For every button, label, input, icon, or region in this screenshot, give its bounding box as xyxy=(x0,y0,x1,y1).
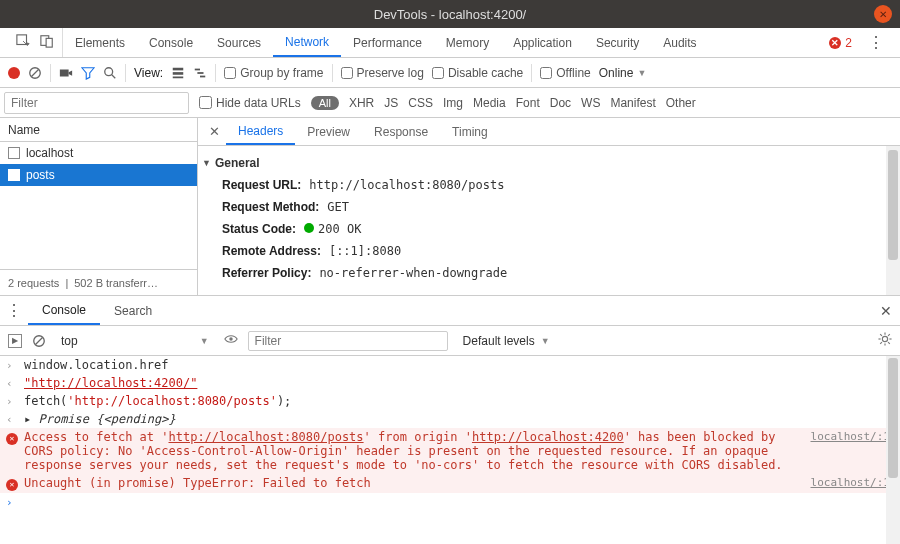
context-selector[interactable]: top▼ xyxy=(56,331,214,351)
tab-elements[interactable]: Elements xyxy=(63,28,137,57)
output-chevron-icon: ‹ xyxy=(6,412,18,426)
type-xhr[interactable]: XHR xyxy=(349,96,374,110)
chevron-down-icon: ▼ xyxy=(637,68,646,78)
error-icon: ✕ xyxy=(6,479,18,491)
clear-button[interactable] xyxy=(28,66,42,80)
group-by-frame-checkbox[interactable]: Group by frame xyxy=(224,66,323,80)
type-img[interactable]: Img xyxy=(443,96,463,110)
error-counter[interactable]: ✕ 2 xyxy=(829,28,860,57)
tab-network[interactable]: Network xyxy=(273,28,341,57)
disclosure-triangle-icon: ▼ xyxy=(202,158,211,168)
console-output[interactable]: ›window.location.href ‹"http://localhost… xyxy=(0,356,900,544)
live-expression-button[interactable] xyxy=(224,332,238,349)
camera-icon[interactable] xyxy=(59,66,73,80)
search-icon[interactable] xyxy=(103,66,117,80)
tab-sources[interactable]: Sources xyxy=(205,28,273,57)
more-menu-button[interactable]: ⋮ xyxy=(860,28,892,57)
drawer-menu-button[interactable]: ⋮ xyxy=(0,296,28,325)
window-close-button[interactable]: ✕ xyxy=(874,5,892,23)
drawer-close-button[interactable]: ✕ xyxy=(872,296,900,325)
source-link[interactable]: localhost/:1 xyxy=(811,430,890,443)
svg-point-16 xyxy=(229,337,233,341)
type-all[interactable]: All xyxy=(311,96,339,110)
execution-context-icon[interactable]: ▶ xyxy=(8,334,22,348)
svg-point-17 xyxy=(882,336,887,341)
network-status-bar: 2 requests | 502 B transferr… xyxy=(0,269,197,295)
general-section-header[interactable]: ▼General xyxy=(202,152,892,174)
type-font[interactable]: Font xyxy=(516,96,540,110)
type-doc[interactable]: Doc xyxy=(550,96,571,110)
tab-performance[interactable]: Performance xyxy=(341,28,434,57)
throttle-dropdown[interactable]: Online▼ xyxy=(599,66,647,80)
tab-security[interactable]: Security xyxy=(584,28,651,57)
type-manifest[interactable]: Manifest xyxy=(610,96,655,110)
tab-application[interactable]: Application xyxy=(501,28,584,57)
svg-line-4 xyxy=(32,69,39,76)
window-title: DevTools - localhost:4200/ xyxy=(374,7,526,22)
chevron-down-icon: ▼ xyxy=(541,336,550,346)
drawer-tab-search[interactable]: Search xyxy=(100,296,166,325)
value-request-url: http://localhost:8080/posts xyxy=(309,178,504,192)
log-levels-dropdown[interactable]: Default levels▼ xyxy=(458,331,555,351)
error-icon: ✕ xyxy=(6,433,18,445)
tab-audits[interactable]: Audits xyxy=(651,28,708,57)
input-chevron-icon: › xyxy=(6,358,18,372)
value-request-method: GET xyxy=(327,200,349,214)
tab-memory[interactable]: Memory xyxy=(434,28,501,57)
svg-line-15 xyxy=(36,337,43,344)
label-request-method: Request Method: xyxy=(222,200,319,214)
detail-tab-headers[interactable]: Headers xyxy=(226,118,295,145)
large-rows-icon[interactable] xyxy=(171,66,185,80)
type-ws[interactable]: WS xyxy=(581,96,600,110)
clear-console-button[interactable] xyxy=(32,334,46,348)
filter-toggle-icon[interactable] xyxy=(81,66,95,80)
drawer-tabstrip: ⋮ Console Search ✕ xyxy=(0,296,900,326)
svg-line-25 xyxy=(880,342,882,344)
console-scrollbar[interactable] xyxy=(886,356,900,544)
output-chevron-icon: ‹ xyxy=(6,376,18,390)
type-other[interactable]: Other xyxy=(666,96,696,110)
close-detail-button[interactable]: ✕ xyxy=(202,118,226,145)
console-settings-button[interactable] xyxy=(878,332,892,349)
svg-line-7 xyxy=(112,74,116,78)
device-toggle-icon[interactable] xyxy=(40,34,54,51)
hide-data-urls-checkbox[interactable]: Hide data URLs xyxy=(199,96,301,110)
detail-tab-preview[interactable]: Preview xyxy=(295,118,362,145)
detail-scrollbar[interactable] xyxy=(886,146,900,295)
offline-checkbox[interactable]: Offline xyxy=(540,66,590,80)
console-output-line: ▸ Promise {<pending>} xyxy=(24,412,890,426)
console-error-message: Uncaught (in promise) TypeError: Failed … xyxy=(24,476,805,490)
filter-input[interactable] xyxy=(4,92,189,114)
network-filter-bar: Hide data URLs All XHR JS CSS Img Media … xyxy=(0,88,900,118)
disable-cache-checkbox[interactable]: Disable cache xyxy=(432,66,523,80)
inspect-icon[interactable] xyxy=(16,34,30,51)
console-error-message: Access to fetch at 'http://localhost:808… xyxy=(24,430,805,472)
tab-console[interactable]: Console xyxy=(137,28,205,57)
value-status-code: 200 OK xyxy=(304,222,361,236)
value-referrer-policy: no-referrer-when-downgrade xyxy=(319,266,507,280)
request-row-localhost[interactable]: localhost xyxy=(0,142,197,164)
type-js[interactable]: JS xyxy=(384,96,398,110)
source-link[interactable]: localhost/:1 xyxy=(811,476,890,489)
document-icon xyxy=(8,147,20,159)
request-list-header[interactable]: Name xyxy=(0,118,197,142)
svg-line-22 xyxy=(880,334,882,336)
type-media[interactable]: Media xyxy=(473,96,506,110)
request-detail: ✕ Headers Preview Response Timing ▼Gener… xyxy=(198,118,900,295)
prompt-chevron-icon: › xyxy=(6,495,18,509)
request-row-posts[interactable]: posts xyxy=(0,164,197,186)
drawer-tab-console[interactable]: Console xyxy=(28,296,100,325)
error-icon: ✕ xyxy=(829,37,841,49)
svg-rect-5 xyxy=(60,69,69,76)
detail-tab-response[interactable]: Response xyxy=(362,118,440,145)
network-panel-body: Name localhost posts 2 requests | 502 B … xyxy=(0,118,900,296)
console-filter-input[interactable] xyxy=(248,331,448,351)
status-ok-icon xyxy=(304,223,314,233)
error-count: 2 xyxy=(845,36,852,50)
preserve-log-checkbox[interactable]: Preserve log xyxy=(341,66,424,80)
detail-tab-timing[interactable]: Timing xyxy=(440,118,500,145)
svg-rect-8 xyxy=(173,67,184,70)
record-button[interactable] xyxy=(8,67,20,79)
type-css[interactable]: CSS xyxy=(408,96,433,110)
waterfall-icon[interactable] xyxy=(193,66,207,80)
